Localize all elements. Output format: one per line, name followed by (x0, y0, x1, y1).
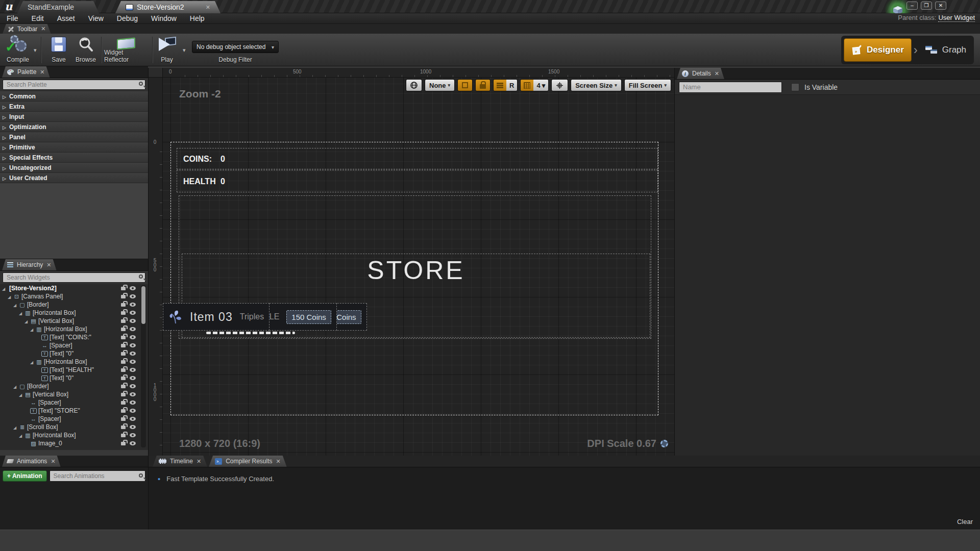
close-panel-icon[interactable]: ✕ (40, 69, 44, 76)
menu-item[interactable]: Debug (110, 14, 144, 22)
debug-filter-dropdown[interactable]: No debug object selected ▾ (192, 41, 279, 53)
restore-button[interactable]: ❐ (921, 2, 932, 10)
close-tab-icon[interactable]: ✕ (206, 4, 210, 11)
lock-open-icon[interactable] (121, 409, 126, 413)
lock-open-icon[interactable] (121, 425, 126, 429)
expander-arrow-icon[interactable] (13, 383, 19, 390)
tab-details[interactable]: i Details ✕ (677, 68, 724, 79)
expander-arrow-icon[interactable] (19, 309, 24, 316)
menu-item[interactable]: Help (183, 14, 211, 22)
expander-arrow-icon[interactable] (24, 317, 30, 324)
hierarchy-tree-item[interactable]: [Text] "HEALTH" (0, 366, 148, 374)
visibility-eye-icon[interactable] (130, 384, 136, 388)
hierarchy-tree-item[interactable]: Image_0 (0, 439, 148, 447)
hierarchy-tree-item[interactable]: [Horizontal Box] (0, 431, 148, 439)
collapsed-arrow-icon[interactable] (3, 103, 6, 110)
hierarchy-tree-item[interactable]: [Horizontal Box] (0, 358, 148, 366)
tab-hierarchy[interactable]: Hierarchy ✕ (2, 259, 57, 270)
lock-open-icon[interactable] (121, 360, 126, 364)
visibility-eye-icon[interactable] (130, 368, 136, 372)
lock-open-icon[interactable] (121, 385, 126, 388)
collapsed-arrow-icon[interactable] (3, 93, 6, 100)
hierarchy-tree-item[interactable]: [Text] "0" (0, 349, 148, 358)
palette-category[interactable]: Common (0, 91, 148, 102)
save-button[interactable]: Save (46, 35, 71, 65)
lock-open-icon[interactable] (121, 344, 126, 347)
hierarchy-tree-item[interactable]: [Horizontal Box] (0, 325, 148, 333)
visibility-eye-icon[interactable] (130, 400, 136, 405)
close-panel-icon[interactable]: ✕ (51, 458, 55, 465)
play-options-caret-icon[interactable]: ▾ (183, 47, 186, 54)
expander-arrow-icon[interactable] (19, 432, 24, 439)
palette-category[interactable]: User Created (0, 173, 148, 183)
hierarchy-tree-item[interactable]: [Vertical Box] (0, 317, 148, 325)
visibility-eye-icon[interactable] (130, 376, 136, 380)
health-value[interactable]: 0 (220, 177, 225, 186)
hierarchy-search-input[interactable] (3, 272, 145, 283)
collapsed-arrow-icon[interactable] (3, 123, 6, 131)
widget-reflector-button[interactable]: Widget Reflector (104, 35, 148, 65)
lock-open-icon[interactable] (121, 352, 126, 356)
visibility-eye-icon[interactable] (130, 392, 136, 396)
toggle-outlines-button[interactable] (457, 79, 473, 91)
localization-preview-button[interactable] (406, 79, 422, 91)
hierarchy-tree-item[interactable]: [Spacer] (0, 415, 148, 423)
compiler-message-row[interactable]: • Fast Template Successfully Created. (149, 467, 980, 483)
collapsed-arrow-icon[interactable] (3, 164, 6, 171)
play-button[interactable]: Play (155, 35, 179, 65)
browse-button[interactable]: Browse (72, 35, 99, 65)
designer-mode-button[interactable]: Designer (844, 38, 912, 62)
expander-arrow-icon[interactable] (30, 358, 36, 365)
expander-arrow-icon[interactable] (13, 301, 19, 308)
lock-open-icon[interactable] (121, 295, 126, 298)
lock-open-icon[interactable] (121, 368, 126, 372)
visibility-eye-icon[interactable] (130, 335, 136, 339)
compile-button[interactable]: ✓ Compile (3, 35, 33, 65)
expander-arrow-icon[interactable] (19, 391, 24, 398)
visibility-eye-icon[interactable] (130, 433, 136, 437)
close-panel-icon[interactable]: ✕ (41, 26, 45, 32)
menu-item[interactable]: File (0, 14, 25, 22)
price-button[interactable]: 150 Coins (286, 310, 331, 324)
palette-category[interactable]: Uncategorized (0, 163, 148, 173)
expander-arrow-icon[interactable] (13, 423, 19, 431)
palette-category[interactable]: Input (0, 112, 148, 122)
menu-item[interactable]: Asset (51, 14, 82, 22)
graph-mode-button[interactable]: Graph (920, 38, 971, 62)
expander-arrow-icon[interactable] (8, 293, 13, 300)
minimize-button[interactable]: – (906, 2, 918, 10)
lock-open-icon[interactable] (121, 377, 126, 380)
hierarchy-tree-item[interactable]: [Horizontal Box] (0, 309, 148, 317)
hierarchy-tree-item[interactable]: [Scroll Box] (0, 423, 148, 431)
coins-row-outline[interactable]: COINS: 0 (177, 148, 658, 169)
visibility-eye-icon[interactable] (130, 319, 136, 323)
menu-item[interactable]: Window (144, 14, 183, 22)
visibility-eye-icon[interactable] (130, 441, 136, 445)
compile-options-caret-icon[interactable]: ▾ (34, 47, 37, 54)
close-button[interactable]: ✕ (935, 2, 946, 10)
hierarchy-tree-item[interactable]: [Border] (0, 300, 148, 309)
lock-open-icon[interactable] (121, 336, 126, 339)
collapsed-arrow-icon[interactable] (3, 144, 6, 151)
palette-category[interactable]: Extra (0, 102, 148, 112)
widget-name-input[interactable] (679, 82, 782, 93)
lock-open-icon[interactable] (121, 319, 126, 323)
transform-mode-button[interactable] (551, 79, 568, 91)
visibility-eye-icon[interactable] (130, 409, 136, 413)
lock-open-icon[interactable] (121, 311, 126, 315)
collapsed-arrow-icon[interactable] (3, 113, 6, 120)
visibility-eye-icon[interactable] (130, 425, 136, 429)
tab-palette[interactable]: Palette ✕ (2, 66, 50, 78)
tab-animations[interactable]: Animations ✕ (2, 456, 61, 467)
collapsed-arrow-icon[interactable] (3, 134, 6, 141)
hierarchy-tree-item[interactable]: [Text] "0" (0, 374, 148, 382)
visibility-eye-icon[interactable] (130, 343, 136, 347)
hierarchy-scrollbar[interactable] (141, 285, 146, 447)
store-title[interactable]: STORE (182, 256, 650, 285)
visibility-eye-icon[interactable] (130, 352, 136, 356)
visibility-eye-icon[interactable] (130, 417, 136, 421)
lock-open-icon[interactable] (121, 287, 126, 290)
is-variable-checkbox[interactable] (791, 83, 799, 91)
tab-store-version2[interactable]: Store-Version2 ✕ (115, 1, 220, 13)
r-toggle-button[interactable]: R (506, 80, 517, 91)
